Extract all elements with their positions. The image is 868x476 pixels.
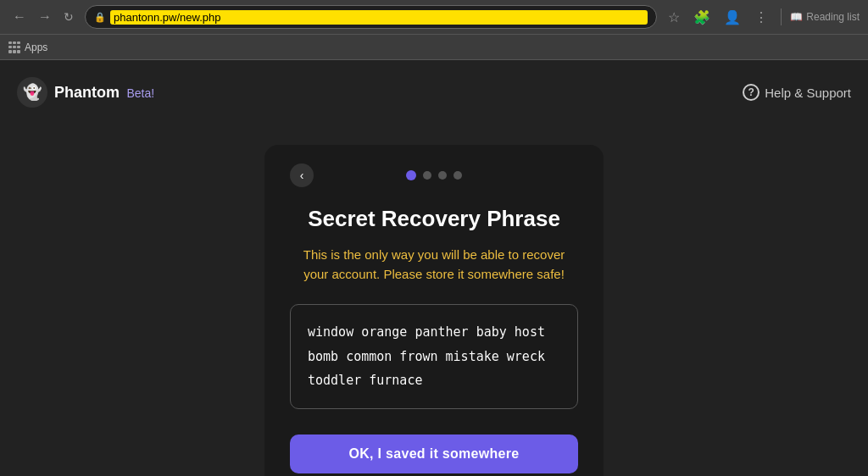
dot-1 [406, 170, 416, 180]
progress-dots [406, 170, 462, 180]
phantom-icon: 👻 [17, 77, 47, 108]
ok-saved-button[interactable]: OK, I saved it somewhere [290, 434, 578, 473]
reading-list-divider [781, 8, 782, 25]
phantom-logo: 👻 Phantom Beta! [17, 77, 154, 108]
lock-icon: 🔒 [94, 12, 106, 23]
reload-button[interactable]: ↻ [59, 8, 78, 25]
bookmarks-bar: Apps [0, 34, 868, 59]
dot-2 [423, 171, 431, 180]
card-subtitle: This is the only way you will be able to… [290, 246, 578, 284]
apps-button[interactable]: Apps [8, 42, 47, 53]
dot-3 [438, 171, 447, 180]
apps-label: Apps [25, 42, 47, 53]
nav-buttons: ← → ↻ [8, 8, 78, 26]
recovery-line-1: window orange panther baby host [308, 324, 545, 340]
card-back-button[interactable]: ‹ [290, 163, 314, 187]
browser-toolbar: ← → ↻ 🔒 ☆ 🧩 👤 ⋮ 📖 Reading list [0, 0, 868, 34]
reading-list-button[interactable]: 📖 Reading list [790, 11, 860, 23]
help-icon: ? [743, 84, 760, 101]
address-bar-container: 🔒 [85, 5, 657, 29]
phantom-beta-label: Beta! [126, 86, 154, 100]
back-button[interactable]: ← [8, 8, 31, 26]
recovery-phrase-box: window orange panther baby host bomb com… [290, 304, 578, 409]
phantom-name-text: Phantom [54, 84, 120, 101]
address-bar[interactable] [110, 10, 648, 25]
page-content: 👻 Phantom Beta! ? Help & Support ‹ Secre… [0, 60, 868, 476]
recovery-line-2: bomb common frown mistake wreck [308, 349, 545, 364]
help-support-link[interactable]: ? Help & Support [743, 84, 851, 101]
apps-grid-icon [8, 42, 20, 53]
toolbar-actions: ☆ 🧩 👤 ⋮ 📖 Reading list [664, 8, 860, 27]
reading-list-label: Reading list [806, 11, 860, 23]
profile-button[interactable]: 👤 [720, 8, 745, 27]
card-nav: ‹ [290, 170, 578, 180]
dot-4 [453, 171, 462, 180]
extensions-button[interactable]: 🧩 [689, 8, 715, 27]
help-support-label: Help & Support [765, 86, 851, 100]
recovery-words: window orange panther baby host bomb com… [308, 320, 560, 393]
reading-list-icon: 📖 [790, 11, 803, 23]
menu-button[interactable]: ⋮ [750, 8, 772, 27]
page-header: 👻 Phantom Beta! ? Help & Support [17, 77, 851, 108]
forward-button[interactable]: → [34, 8, 56, 26]
main-card: ‹ Secret Recovery Phrase This is the onl… [264, 145, 604, 476]
recovery-line-3: toddler furnace [308, 373, 422, 388]
phantom-name: Phantom Beta! [54, 84, 154, 102]
bookmark-button[interactable]: ☆ [664, 8, 684, 27]
browser-chrome: ← → ↻ 🔒 ☆ 🧩 👤 ⋮ 📖 Reading list [0, 0, 868, 60]
card-title: Secret Recovery Phrase [290, 206, 578, 232]
